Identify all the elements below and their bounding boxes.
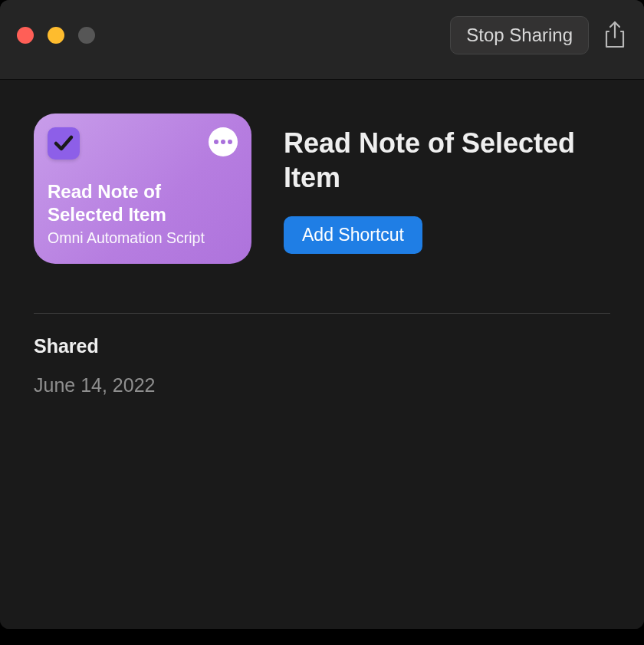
add-shortcut-button[interactable]: Add Shortcut <box>284 216 422 254</box>
shortcut-card[interactable]: Read Note of Selected Item Omni Automati… <box>34 114 251 264</box>
minimize-window-button[interactable] <box>48 27 64 44</box>
stop-sharing-button[interactable]: Stop Sharing <box>450 16 589 54</box>
card-top-row <box>48 127 238 160</box>
content-area: Read Note of Selected Item Omni Automati… <box>0 80 644 629</box>
shortcut-card-title: Read Note of Selected Item <box>48 180 238 226</box>
shortcut-info: Read Note of Selected Item Add Shortcut <box>284 114 610 254</box>
shortcut-header: Read Note of Selected Item Omni Automati… <box>34 114 610 264</box>
checkmark-icon <box>52 132 75 155</box>
more-options-button[interactable] <box>209 127 238 156</box>
titlebar: Stop Sharing <box>0 0 644 80</box>
card-text: Read Note of Selected Item Omni Automati… <box>48 180 238 247</box>
app-window: Stop Sharing <box>0 0 644 629</box>
share-icon[interactable] <box>603 21 627 50</box>
shared-section-label: Shared <box>34 335 610 357</box>
traffic-lights <box>17 27 95 44</box>
fullscreen-window-button[interactable] <box>78 27 95 44</box>
toolbar-right: Stop Sharing <box>450 16 627 54</box>
page-title: Read Note of Selected Item <box>284 126 610 195</box>
app-icon <box>48 127 80 160</box>
ellipsis-icon <box>221 140 225 144</box>
section-divider <box>34 313 610 314</box>
ellipsis-icon <box>214 140 219 144</box>
ellipsis-icon <box>228 140 232 144</box>
shared-date: June 14, 2022 <box>34 374 610 397</box>
shortcut-card-subtitle: Omni Automation Script <box>48 229 238 247</box>
close-window-button[interactable] <box>17 27 34 44</box>
